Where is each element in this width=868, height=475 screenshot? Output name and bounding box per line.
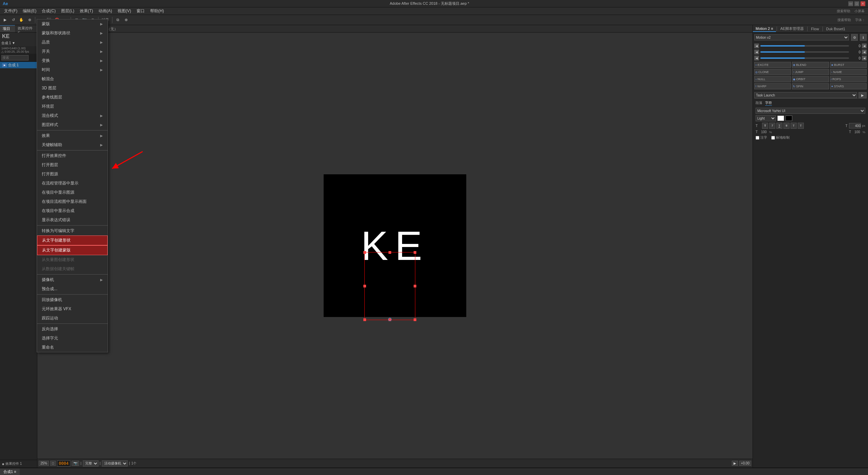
vc-camera-select[interactable]: 活动摄像机 — [102, 460, 128, 467]
rp-tab-duk[interactable]: Duk Bsset1 — [824, 26, 848, 32]
cm-3d-layer[interactable]: 3D 图层 — [37, 84, 108, 93]
cm-rename[interactable]: 重命名 — [37, 343, 108, 352]
paragraph-tab[interactable]: 段落 — [756, 101, 762, 106]
cm-select-chars[interactable]: 选择字元 — [37, 334, 108, 343]
font-size-input[interactable] — [849, 123, 861, 128]
cm-mask[interactable]: 蒙版 ▶ — [37, 19, 108, 29]
cm-open-layer[interactable]: 打开图层 — [37, 160, 108, 170]
param-btn-2b[interactable]: ◀ — [862, 50, 867, 54]
character-tab[interactable]: 字符 — [765, 101, 772, 106]
rp-tab-scripts[interactable]: AE脚本管理器 — [778, 25, 807, 32]
param-btn-3b[interactable]: ◀ — [862, 56, 867, 60]
close-btn[interactable]: ✕ — [861, 1, 865, 6]
param-btn-3a[interactable]: ◀ — [754, 56, 759, 60]
cm-guide-layer[interactable]: 参考线图层 — [37, 93, 108, 102]
minimize-btn[interactable]: — — [848, 1, 853, 6]
param-btn-1b[interactable]: ◀ — [862, 43, 867, 48]
ts-italic[interactable]: T — [769, 123, 775, 129]
cm-blend-mode[interactable]: 混合模式 ▶ — [37, 111, 108, 120]
cm-text-to-mask[interactable]: 从文字创建蒙版 — [37, 245, 108, 255]
cm-quality[interactable]: 品质 ▶ — [37, 38, 108, 47]
vc-frame-advance[interactable]: +0.00 — [739, 461, 751, 466]
motion-version-select[interactable]: Motion v2 — [754, 34, 849, 40]
tool-rotate[interactable]: ↺ — [10, 16, 17, 24]
checkbox-paint[interactable] — [771, 136, 775, 140]
vc-snap[interactable]: □ — [50, 461, 56, 466]
menu-view[interactable]: 视图(V) — [115, 7, 134, 15]
project-item-comp1[interactable]: ▶ 合成 1 — [0, 62, 37, 68]
menu-file[interactable]: 文件(F) — [1, 7, 20, 15]
btn-clone[interactable]: ◎ CLONE — [754, 69, 791, 75]
handle-tr[interactable] — [414, 251, 416, 254]
param-slider-3[interactable] — [760, 57, 849, 59]
cm-pre-comp[interactable]: 预合成... — [37, 284, 108, 294]
task-launch-select[interactable]: Task Launch — [754, 92, 857, 98]
cm-track-motion[interactable]: 跟踪运动 — [37, 314, 108, 323]
btn-excite[interactable]: + EXCITE — [754, 62, 791, 68]
tool-select[interactable]: ▶ — [1, 16, 9, 24]
rp-tab-motion2[interactable]: Motion 2 ≡ — [753, 26, 776, 32]
rp-tab-flow[interactable]: Flow — [808, 26, 821, 32]
cm-transform[interactable]: 变换 ▶ — [37, 56, 108, 65]
project-tab[interactable]: 项目 ≡ — [0, 25, 15, 32]
param-slider-1[interactable] — [760, 45, 849, 47]
ts-bold[interactable]: T — [762, 123, 768, 129]
cm-mask-shape[interactable]: 蒙版和形状路径 ▶ — [37, 29, 108, 38]
handle-bl[interactable] — [363, 318, 366, 321]
cm-open-effects[interactable]: 打开效果控件 — [37, 151, 108, 160]
font-color-black-swatch[interactable] — [785, 116, 792, 121]
tool-pin[interactable]: ⊕ — [122, 16, 130, 24]
anchor-point[interactable] — [388, 318, 392, 321]
cm-open-source[interactable]: 打开图源 — [37, 170, 108, 179]
tool-hand[interactable]: ✋ — [18, 16, 25, 24]
cm-show-project-source[interactable]: 在项目中显示图源 — [37, 188, 108, 197]
cm-show-expr-error[interactable]: 显示表达式错误 — [37, 215, 108, 225]
vc-frame[interactable]: 0004 — [57, 460, 70, 467]
ts-sup[interactable]: T — [791, 123, 797, 129]
font-style-select[interactable]: Light — [756, 115, 776, 121]
param-btn-2a[interactable]: ◀ — [754, 50, 759, 54]
motion-info-btn[interactable]: ℹ — [860, 34, 867, 41]
cm-frameblend[interactable]: 帧混合 — [37, 74, 108, 84]
btn-rops[interactable]: / ROPS — [830, 76, 867, 82]
cm-keyframe-assist[interactable]: 关键帧辅助 ▶ — [37, 140, 108, 149]
btn-jump[interactable]: ↑ JUMP — [792, 69, 829, 75]
menu-edit[interactable]: 编辑(E) — [20, 7, 39, 15]
param-slider-2[interactable] — [760, 51, 849, 53]
tl-tab-comp1[interactable]: 合成1 ≡ — [0, 469, 20, 475]
btn-orbit[interactable]: ◉ ORBIT — [792, 76, 829, 82]
comp-label[interactable]: 合成 1 ▼ — [1, 41, 15, 45]
btn-null[interactable]: ○ NULL — [754, 76, 791, 82]
cm-show-flowchart[interactable]: 在流程管理器中显示 — [37, 179, 108, 188]
cm-convert-text[interactable]: 转换为可编辑文字 — [37, 226, 108, 235]
vc-quality[interactable]: 完整 — [83, 460, 98, 467]
cm-text-to-shape[interactable]: 从文字创建形状 — [37, 235, 108, 245]
search-input[interactable] — [1, 55, 29, 60]
maximize-btn[interactable]: □ — [854, 1, 859, 6]
cm-vfx[interactable]: 元环效果器 VFX — [37, 304, 108, 314]
vc-camera[interactable]: 📷 — [72, 461, 79, 466]
cm-show-comp[interactable]: 在项目中显示合成 — [37, 206, 108, 215]
handle-tl[interactable] — [363, 251, 366, 254]
btn-burst[interactable]: ★ BURST — [830, 62, 867, 68]
font-family-select[interactable]: Microsoft YaHei UI — [756, 108, 865, 114]
cm-effects[interactable]: 效果 ▶ — [37, 131, 108, 140]
handle-br[interactable] — [414, 318, 416, 321]
checkbox-ruby[interactable] — [756, 136, 759, 140]
menu-window[interactable]: 窗口 — [134, 7, 147, 15]
cm-invert-selection[interactable]: 反向选择 — [37, 324, 108, 334]
param-btn-1a[interactable]: ◀ — [754, 43, 759, 48]
cm-switch[interactable]: 开关 ▶ — [37, 47, 108, 56]
btn-spin[interactable]: ↻ SPIN — [792, 83, 829, 89]
handle-tm[interactable] — [388, 251, 391, 254]
menu-comp[interactable]: 合成(C) — [39, 7, 58, 15]
tool-snap[interactable]: ⧉ — [114, 16, 122, 24]
handle-mr[interactable] — [414, 285, 416, 287]
tool-zoom[interactable]: ⊕ — [26, 16, 33, 24]
motion-settings-btn[interactable]: ⚙ — [851, 34, 858, 41]
cm-camera[interactable]: 摄像机 ▶ — [37, 275, 108, 284]
vc-zoom[interactable]: 25% — [39, 461, 49, 466]
cm-show-in-flowchart[interactable]: 在项目流程图中显示画面 — [37, 197, 108, 206]
vc-play[interactable]: ▶ — [732, 461, 738, 466]
menu-effects[interactable]: 效果(T) — [77, 7, 96, 15]
